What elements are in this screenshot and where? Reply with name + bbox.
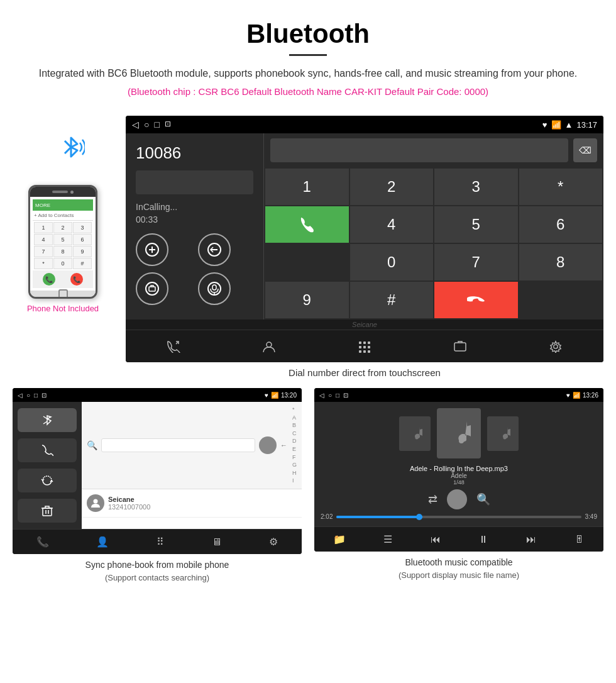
bottom-settings-icon[interactable]	[540, 334, 571, 359]
dialpad-input[interactable]	[270, 138, 568, 162]
phone-home-button[interactable]	[58, 289, 68, 299]
phone-bottom-bar: 📞 📞	[33, 270, 93, 288]
svg-rect-12	[368, 346, 370, 348]
music-progress-row: 2:02 3:49	[321, 513, 597, 520]
back-icon[interactable]: ◁	[132, 119, 139, 130]
music-home-icon[interactable]: ○	[328, 392, 332, 399]
phone-key-star[interactable]: *	[34, 258, 53, 269]
music-progress-bar[interactable]	[336, 516, 581, 518]
bottom-transfer-icon[interactable]	[444, 334, 476, 359]
music-search-icon[interactable]: 🔍	[476, 492, 490, 506]
pb-bottom-settings-icon[interactable]: ⚙	[269, 536, 278, 548]
dialpad-key-0[interactable]: 0	[350, 244, 434, 280]
pb-back-arrow[interactable]: ←	[280, 441, 287, 449]
music-status-right: ♥ 📶 13:26	[566, 392, 598, 399]
music-next-icon[interactable]: ⏭	[526, 534, 536, 545]
phone-key-1[interactable]: 1	[34, 222, 53, 233]
music-play-icon[interactable]: ⏸	[478, 534, 488, 545]
pb-call-btn[interactable]	[18, 438, 77, 462]
svg-rect-18	[43, 508, 52, 516]
call-left-panel: 10086 InCalling... 00:33	[126, 133, 264, 319]
call-area: 10086 InCalling... 00:33	[126, 133, 603, 319]
screenshot-icon[interactable]: ⊡	[165, 119, 171, 130]
volume-up-button[interactable]	[136, 233, 168, 266]
svg-rect-10	[359, 346, 361, 348]
pb-bottom-contacts-icon[interactable]: 👤	[96, 536, 109, 548]
dialpad-call-button[interactable]	[265, 206, 349, 243]
phone-key-hash[interactable]: #	[73, 258, 92, 269]
pb-home-icon[interactable]: ○	[26, 392, 30, 399]
dialpad-delete-button[interactable]: ⌫	[573, 138, 597, 162]
dialpad-key-6[interactable]: 6	[519, 206, 603, 243]
music-recent-icon[interactable]: □	[336, 392, 339, 399]
dialpad-key-7[interactable]: 7	[434, 244, 518, 280]
music-body: Adele - Rolling In the Deep.mp3 Adele 1/…	[314, 402, 603, 526]
music-list-icon[interactable]: ☰	[383, 533, 392, 545]
dialpad-key-star[interactable]: *	[519, 169, 603, 205]
phone-key-4[interactable]: 4	[34, 234, 53, 245]
svg-point-22	[503, 436, 507, 440]
dialpad-end-button[interactable]	[434, 282, 518, 318]
dialpad-key-3[interactable]: 3	[434, 169, 518, 205]
pb-search-icon: 🔍	[87, 440, 97, 450]
music-shuffle-icon[interactable]: ⇄	[428, 492, 437, 506]
music-folder-icon[interactable]: 📁	[333, 533, 346, 545]
dialpad-key-hash[interactable]: #	[350, 282, 434, 318]
phone-call-button[interactable]: 📞	[43, 273, 55, 286]
call-input-bar[interactable]	[136, 170, 253, 194]
phone-key-7[interactable]: 7	[34, 246, 53, 257]
recent-icon[interactable]: □	[154, 119, 159, 130]
music-eq-icon[interactable]: 🎚	[575, 534, 585, 545]
call-timer: 00:33	[136, 214, 253, 225]
phone-key-9[interactable]: 9	[73, 246, 92, 257]
bottom-dialpad-icon[interactable]	[349, 334, 380, 359]
pb-delete-btn[interactable]	[18, 499, 77, 523]
dialpad-key-9[interactable]: 9	[265, 282, 349, 318]
pb-bottom-call-icon[interactable]: 📞	[36, 536, 49, 548]
phone-key-0[interactable]: 0	[53, 258, 72, 269]
svg-rect-14	[363, 350, 366, 353]
phonebook-content: 🔍 ← *ABCDEFGHI	[82, 402, 302, 529]
main-section: MORE + Add to Contacts 1 2 3 4 5 6 7 8 9…	[0, 116, 616, 388]
phone-mockup: MORE + Add to Contacts 1 2 3 4 5 6 7 8 9…	[28, 185, 97, 299]
phone-key-6[interactable]: 6	[73, 234, 92, 245]
dialpad-key-5[interactable]: 5	[434, 206, 518, 243]
svg-rect-15	[368, 350, 370, 353]
pb-sync-btn[interactable]	[18, 469, 77, 492]
music-info: Adele - Rolling In the Deep.mp3 Adele 1/…	[410, 465, 508, 486]
pb-recent-icon[interactable]: □	[34, 392, 38, 399]
phone-key-2[interactable]: 2	[53, 222, 72, 233]
transfer-button[interactable]	[136, 272, 168, 305]
volume-down-button[interactable]	[198, 233, 231, 266]
phone-key-8[interactable]: 8	[53, 246, 72, 257]
pb-back-icon[interactable]: ◁	[18, 392, 23, 399]
pb-search-input[interactable]	[101, 438, 255, 452]
car-screen: ◁ ○ □ ⊡ ♥ 📶 ▲ 13:17 10086 InCal	[126, 116, 603, 362]
bottom-call-icon[interactable]	[158, 334, 189, 359]
pb-bottom-transfer-icon[interactable]: 🖥	[212, 536, 222, 548]
dialpad-key-4[interactable]: 4	[350, 206, 434, 243]
dialpad-key-2[interactable]: 2	[350, 169, 434, 205]
music-album-circle	[447, 489, 467, 509]
pb-screenshot-icon[interactable]: ⊡	[41, 392, 47, 399]
music-back-icon[interactable]: ◁	[319, 392, 324, 399]
bottom-contacts-icon[interactable]	[253, 334, 285, 359]
mute-button[interactable]	[198, 272, 231, 305]
phone-end-button[interactable]: 📞	[70, 273, 83, 286]
phone-key-3[interactable]: 3	[73, 222, 92, 233]
dialpad-key-1[interactable]: 1	[265, 169, 349, 205]
page-specs: (Bluetooth chip : CSR BC6 Default Blueto…	[13, 86, 603, 97]
dialpad-key-8[interactable]: 8	[519, 244, 603, 280]
music-prev-icon[interactable]: ⏮	[431, 534, 441, 545]
music-time-current: 2:02	[321, 513, 333, 520]
dialpad-grid: 1 2 3 * 4 5 6 0	[264, 167, 603, 319]
pb-nav-icons: ◁ ○ □ ⊡	[18, 392, 47, 399]
phonebook-contact-row[interactable]: Seicane 13241007000	[82, 489, 302, 518]
pb-signal-icon: 📶	[271, 392, 278, 399]
home-icon[interactable]: ○	[144, 119, 149, 130]
call-signal-icon: 📶	[551, 120, 561, 130]
pb-bottom-dialpad-icon[interactable]: ⠿	[157, 536, 164, 548]
pb-bluetooth-btn[interactable]	[18, 408, 77, 432]
music-screenshot-icon[interactable]: ⊡	[343, 392, 348, 399]
phone-key-5[interactable]: 5	[53, 234, 72, 245]
